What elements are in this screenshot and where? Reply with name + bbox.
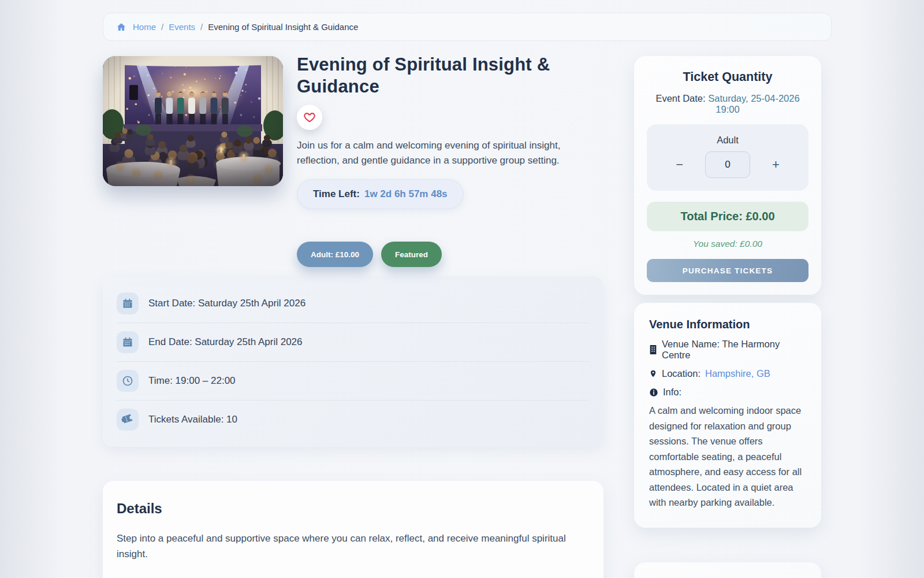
purchase-tickets-button[interactable]: PURCHASE TICKETS — [647, 259, 808, 282]
page-title: Evening of Spiritual Insight & Guidance — [297, 54, 603, 98]
ticket-stepper: Adult − + — [647, 124, 808, 191]
building-icon — [649, 345, 657, 354]
ticket-icon — [117, 409, 139, 431]
breadcrumb-separator: / — [161, 22, 163, 32]
breadcrumb-events-link[interactable]: Events — [169, 22, 195, 32]
keywords-card: Keywords: — [634, 562, 821, 578]
calendar-icon — [117, 331, 139, 353]
time-text: Time: 19:00 – 22:00 — [148, 375, 236, 387]
event-date-value: Saturday, 25-04-2026 19:00 — [708, 93, 799, 114]
savings-text: You saved: £0.00 — [647, 239, 808, 249]
time-left-label: Time Left: — [313, 188, 360, 200]
increment-button[interactable]: + — [770, 156, 782, 173]
start-date-text: Start Date: Saturday 25th April 2026 — [148, 298, 305, 309]
ticket-quantity-title: Ticket Quantity — [647, 70, 808, 84]
home-icon — [116, 22, 126, 32]
event-date-label: Event Date: — [655, 93, 705, 103]
event-main-column: Evening of Spiritual Insight & Guidance … — [103, 56, 603, 578]
venue-info-row: Info: — [649, 387, 806, 398]
venue-name-row: Venue Name: The Harmony Centre — [649, 339, 806, 361]
featured-badge: Featured — [381, 242, 442, 267]
ticket-quantity-card: Ticket Quantity Event Date: Saturday, 25… — [634, 56, 821, 295]
venue-location-row: Location: Hampshire, GB — [649, 368, 806, 379]
event-header: Evening of Spiritual Insight & Guidance … — [297, 56, 603, 267]
location-link[interactable]: Hampshire, GB — [705, 368, 770, 379]
quantity-input[interactable] — [705, 151, 750, 178]
badge-row: Adult: £10.00 Featured — [297, 242, 603, 267]
meta-row-time: Time: 19:00 – 22:00 — [117, 361, 590, 400]
location-pin-icon — [649, 369, 657, 379]
event-date-line: Event Date: Saturday, 25-04-2026 19:00 — [647, 93, 808, 115]
venue-info-text: A calm and welcoming indoor space design… — [649, 403, 806, 510]
tickets-available-text: Tickets Available: 10 — [148, 414, 237, 425]
total-price: Total Price: £0.00 — [647, 202, 808, 231]
event-page: Home / Events / Evening of Spiritual Ins… — [0, 0, 924, 578]
decrement-button[interactable]: − — [673, 156, 685, 173]
price-badge: Adult: £10.00 — [297, 242, 373, 267]
venue-name-text: Venue Name: The Harmony Centre — [662, 339, 806, 361]
heart-icon — [303, 111, 316, 124]
keywords-title: Keywords: — [647, 576, 808, 578]
info-label: Info: — [663, 387, 681, 398]
location-label: Location: — [662, 368, 701, 379]
info-icon — [649, 388, 658, 397]
details-paragraph: This evening event is designed to help y… — [117, 576, 590, 578]
breadcrumb-separator: / — [200, 22, 203, 32]
meta-row-tickets: Tickets Available: 10 — [117, 400, 590, 439]
event-meta-card: Start Date: Saturday 25th April 2026 End… — [103, 276, 603, 447]
event-photo — [103, 56, 283, 186]
venue-information-title: Venue Information — [649, 318, 806, 331]
event-description: Join us for a calm and welcoming evening… — [297, 138, 599, 168]
sidebar: Ticket Quantity Event Date: Saturday, 25… — [634, 56, 821, 578]
details-card: Details Step into a peaceful and support… — [103, 481, 603, 578]
time-left-value: 1w 2d 6h 57m 48s — [364, 188, 448, 200]
calendar-icon — [117, 292, 139, 314]
breadcrumb-current-page: Evening of Spiritual Insight & Guidance — [208, 22, 358, 32]
end-date-text: End Date: Saturday 25th April 2026 — [148, 336, 303, 348]
details-paragraph: Step into a peaceful and supportive spac… — [117, 531, 590, 562]
meta-row-end-date: End Date: Saturday 25th April 2026 — [117, 323, 590, 361]
breadcrumb: Home / Events / Evening of Spiritual Ins… — [103, 13, 832, 41]
venue-information-card: Venue Information Venue Name: The Harmon… — [634, 303, 821, 528]
meta-row-start-date: Start Date: Saturday 25th April 2026 — [117, 284, 590, 323]
time-left-pill: Time Left: 1w 2d 6h 57m 48s — [297, 179, 464, 209]
favorite-button[interactable] — [297, 105, 322, 130]
details-heading: Details — [117, 501, 590, 517]
ticket-type-label: Adult — [656, 135, 799, 146]
clock-icon — [117, 370, 139, 392]
breadcrumb-home-link[interactable]: Home — [133, 22, 156, 32]
